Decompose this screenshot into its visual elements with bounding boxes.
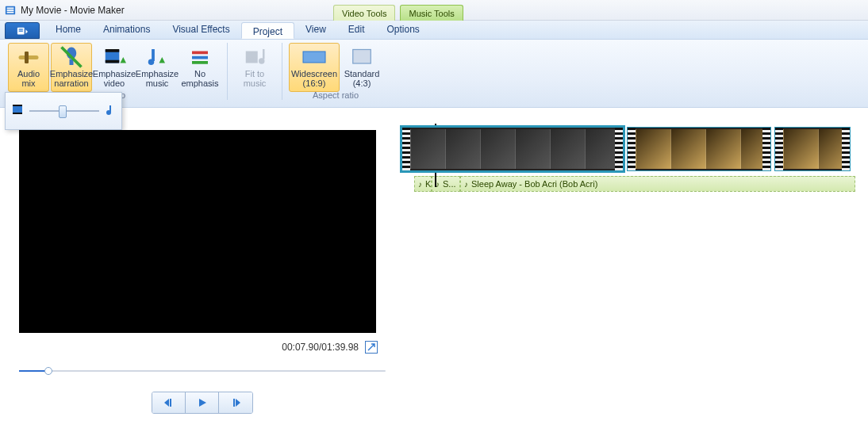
svg-rect-23 bbox=[13, 105, 22, 106]
film-icon bbox=[12, 104, 23, 118]
content-area: 00:07.90/01:39.98 bbox=[0, 108, 868, 432]
file-menu-button[interactable] bbox=[5, 22, 40, 39]
svg-rect-15 bbox=[192, 52, 208, 55]
microphone-icon bbox=[60, 47, 83, 67]
widescreen-icon bbox=[302, 47, 326, 67]
audio-clip-label: Sleep Away - Bob Acri (Bob Acri) bbox=[471, 179, 597, 189]
audio-clip-label: K bbox=[425, 179, 431, 189]
video-clip[interactable] bbox=[627, 127, 771, 171]
tab-view[interactable]: View bbox=[294, 21, 337, 39]
music-note-icon: ♪ bbox=[418, 180, 422, 189]
equal-bars-icon bbox=[188, 47, 212, 67]
fit-to-music-label: Fit tomusic bbox=[244, 69, 267, 88]
play-button[interactable] bbox=[186, 392, 219, 413]
video-tools-tab[interactable]: Video Tools bbox=[333, 5, 395, 21]
audio-mix-slider[interactable] bbox=[29, 103, 99, 119]
emphasize-narration-label: Emphasizenarration bbox=[50, 69, 93, 88]
window-title: My Movie - Movie Maker bbox=[21, 5, 125, 16]
svg-rect-1 bbox=[7, 7, 14, 9]
emphasize-music-label: Emphasizemusic bbox=[136, 69, 179, 88]
audio-mix-popup[interactable] bbox=[5, 92, 122, 130]
video-clip[interactable] bbox=[774, 127, 851, 171]
svg-rect-20 bbox=[303, 52, 325, 63]
emphasize-video-label: Emphasizevideo bbox=[93, 69, 136, 88]
emphasize-narration-button[interactable]: Emphasizenarration bbox=[51, 43, 92, 92]
svg-rect-21 bbox=[353, 49, 371, 63]
ribbon: Audiomix Emphasizenarration Emphasizevid… bbox=[0, 40, 868, 108]
music-tools-tab[interactable]: Music Tools bbox=[400, 5, 463, 21]
video-track[interactable] bbox=[401, 127, 868, 174]
ribbon-separator bbox=[227, 43, 228, 100]
fit-to-music-button: Fit tomusic bbox=[234, 43, 275, 92]
svg-rect-26 bbox=[170, 399, 171, 407]
svg-point-14 bbox=[148, 59, 155, 66]
svg-rect-27 bbox=[233, 399, 235, 407]
emphasize-music-button[interactable]: Emphasizemusic bbox=[136, 43, 178, 92]
audio-mix-button[interactable]: Audiomix bbox=[8, 43, 49, 92]
svg-rect-18 bbox=[246, 52, 258, 63]
music-note-icon bbox=[106, 104, 115, 118]
video-preview[interactable] bbox=[19, 130, 376, 333]
standard-aspect-icon bbox=[350, 47, 374, 67]
widescreen-button[interactable]: Widescreen(16:9) bbox=[289, 43, 340, 92]
transport-controls bbox=[19, 392, 386, 414]
preview-pane: 00:07.90/01:39.98 bbox=[0, 108, 397, 432]
audio-track[interactable]: ♪K ♪S... ♪Sleep Away - Bob Acri (Bob Acr… bbox=[414, 176, 868, 192]
tab-visual-effects[interactable]: Visual Effects bbox=[161, 21, 240, 39]
widescreen-label: Widescreen(16:9) bbox=[291, 69, 337, 88]
music-note-up-icon bbox=[145, 47, 169, 67]
svg-rect-16 bbox=[192, 56, 208, 59]
fit-group: Fit tomusic bbox=[231, 43, 278, 108]
timecode-text: 00:07.90/01:39.98 bbox=[282, 342, 359, 353]
music-note-icon: ♪ bbox=[464, 180, 468, 189]
no-emphasis-button[interactable]: Noemphasis bbox=[179, 43, 221, 92]
tab-home[interactable]: Home bbox=[44, 21, 92, 39]
ribbon-separator bbox=[282, 43, 282, 100]
audio-mix-label: Audiomix bbox=[17, 69, 40, 88]
contextual-tabs: Video Tools Music Tools bbox=[333, 0, 463, 21]
ribbon-tabs: Home Animations Visual Effects Project V… bbox=[0, 21, 868, 40]
no-emphasis-label: Noemphasis bbox=[181, 69, 218, 88]
standard-label: Standard(4:3) bbox=[344, 69, 380, 88]
title-bar: My Movie - Movie Maker Video Tools Music… bbox=[0, 0, 868, 21]
timeline-pane[interactable]: ♪K ♪S... ♪Sleep Away - Bob Acri (Bob Acr… bbox=[397, 108, 868, 432]
aspect-ratio-group-label: Aspect ratio bbox=[313, 90, 359, 100]
tab-edit[interactable]: Edit bbox=[337, 21, 376, 39]
fit-to-music-icon bbox=[243, 47, 267, 67]
svg-rect-3 bbox=[7, 11, 14, 13]
audio-clip[interactable]: ♪K bbox=[414, 176, 432, 192]
next-frame-button[interactable] bbox=[219, 392, 252, 413]
audio-clip-label: S... bbox=[443, 179, 456, 189]
seek-slider[interactable] bbox=[19, 365, 386, 377]
tab-animations[interactable]: Animations bbox=[92, 21, 161, 39]
film-up-icon bbox=[102, 47, 126, 67]
audio-mix-icon bbox=[17, 47, 40, 67]
svg-rect-24 bbox=[13, 113, 22, 114]
fullscreen-icon[interactable] bbox=[365, 341, 378, 354]
audio-clip[interactable]: ♪Sleep Away - Bob Acri (Bob Acri) bbox=[460, 176, 855, 192]
app-icon bbox=[5, 5, 16, 16]
tab-options[interactable]: Options bbox=[376, 21, 431, 39]
svg-rect-8 bbox=[25, 52, 29, 63]
svg-rect-5 bbox=[19, 29, 23, 29]
svg-rect-12 bbox=[106, 49, 120, 52]
svg-rect-17 bbox=[192, 61, 208, 64]
standard-button[interactable]: Standard(4:3) bbox=[341, 43, 382, 92]
svg-rect-6 bbox=[19, 30, 23, 31]
aspect-ratio-group: Widescreen(16:9) Standard(4:3) Aspect ra… bbox=[286, 43, 386, 108]
svg-rect-2 bbox=[7, 10, 14, 11]
tab-project[interactable]: Project bbox=[241, 22, 294, 39]
prev-frame-button[interactable] bbox=[152, 392, 186, 413]
svg-rect-13 bbox=[106, 60, 120, 63]
video-clip[interactable] bbox=[401, 127, 624, 171]
emphasize-video-button[interactable]: Emphasizevideo bbox=[94, 43, 135, 92]
